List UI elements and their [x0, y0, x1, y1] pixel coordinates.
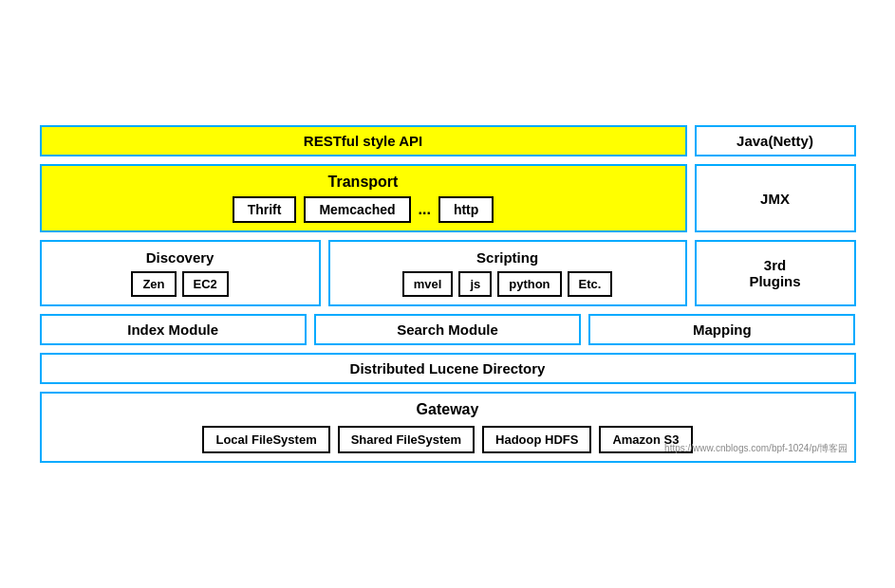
jmx-box: JMX — [695, 164, 856, 232]
row-lucene: Distributed Lucene Directory — [40, 353, 856, 384]
transport-items: Thrift Memcached ... http — [233, 196, 494, 223]
scripting-mvel: mvel — [402, 271, 454, 297]
gateway-title: Gateway — [417, 401, 479, 418]
gateway-shared-fs: Shared FileSystem — [338, 426, 475, 453]
transport-memcached: Memcached — [304, 196, 410, 223]
java-label: Java(Netty) — [737, 133, 813, 149]
scripting-js: js — [458, 271, 492, 297]
api-label: RESTful style API — [304, 133, 422, 149]
search-module-label: Search Module — [397, 322, 498, 338]
row-modules: Index Module Search Module Mapping — [40, 314, 856, 345]
plugins-label: 3rd Plugins — [749, 257, 800, 289]
scripting-block: Scripting mvel js python Etc. — [328, 240, 687, 306]
scripting-python: python — [497, 271, 561, 297]
discovery-title: Discovery — [146, 249, 214, 266]
gateway-hadoop: Hadoop HDFS — [482, 426, 591, 453]
watermark: https://www.cnblogs.com/bpf-1024/p/博客园 — [664, 442, 848, 455]
index-module-box: Index Module — [40, 314, 307, 345]
row-transport: Transport Thrift Memcached ... http JMX — [40, 164, 856, 232]
mapping-box: Mapping — [588, 314, 855, 345]
row-api: RESTful style API Java(Netty) — [40, 125, 856, 156]
search-module-box: Search Module — [314, 314, 581, 345]
discovery-block: Discovery Zen EC2 — [40, 240, 321, 306]
gateway-local-fs: Local FileSystem — [202, 426, 329, 453]
plugins-box: 3rd Plugins — [695, 240, 856, 306]
lucene-box: Distributed Lucene Directory — [40, 353, 856, 384]
scripting-etc: Etc. — [568, 271, 613, 297]
index-module-label: Index Module — [127, 322, 218, 338]
transport-block: Transport Thrift Memcached ... http — [40, 164, 687, 232]
transport-thrift: Thrift — [233, 196, 297, 223]
discovery-zen: Zen — [131, 271, 176, 297]
architecture-diagram: RESTful style API Java(Netty) Transport … — [40, 125, 856, 463]
discovery-ec2: EC2 — [182, 271, 229, 297]
discovery-items: Zen EC2 — [131, 271, 228, 297]
scripting-items: mvel js python Etc. — [402, 271, 613, 297]
mapping-label: Mapping — [693, 322, 752, 338]
transport-dots: ... — [419, 201, 431, 218]
api-box: RESTful style API — [40, 125, 687, 156]
transport-title: Transport — [328, 174, 399, 191]
java-box: Java(Netty) — [695, 125, 856, 156]
scripting-title: Scripting — [476, 249, 538, 266]
lucene-label: Distributed Lucene Directory — [350, 360, 546, 377]
row-discovery: Discovery Zen EC2 Scripting mvel js pyth… — [40, 240, 856, 306]
transport-http: http — [438, 196, 494, 223]
jmx-label: JMX — [760, 191, 790, 207]
